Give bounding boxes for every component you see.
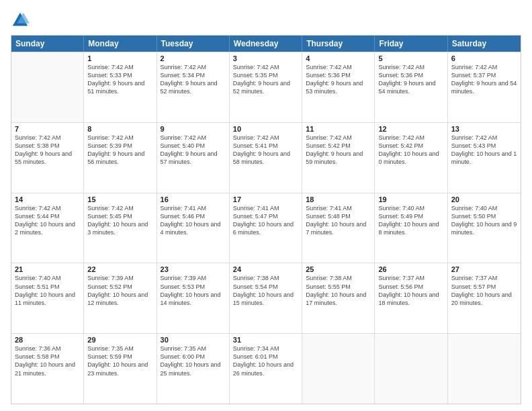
day-number: 6: [451, 54, 517, 62]
day-number: 7: [15, 125, 80, 133]
calendar-cell: [11, 52, 84, 122]
day-info: Sunrise: 7:42 AM Sunset: 5:44 PM Dayligh…: [15, 204, 80, 237]
calendar-cell: 16Sunrise: 7:41 AM Sunset: 5:46 PM Dayli…: [157, 193, 230, 263]
day-number: 17: [233, 195, 298, 203]
calendar-cell: 18Sunrise: 7:41 AM Sunset: 5:48 PM Dayli…: [302, 193, 375, 263]
calendar-cell: 10Sunrise: 7:42 AM Sunset: 5:41 PM Dayli…: [230, 123, 302, 193]
logo: [11, 11, 32, 30]
calendar-row: 28Sunrise: 7:36 AM Sunset: 5:58 PM Dayli…: [11, 333, 521, 404]
day-info: Sunrise: 7:40 AM Sunset: 5:49 PM Dayligh…: [378, 204, 443, 237]
day-info: Sunrise: 7:35 AM Sunset: 5:59 PM Dayligh…: [87, 345, 152, 377]
day-number: 8: [87, 125, 152, 133]
calendar-header-day: Monday: [84, 36, 157, 52]
calendar-header-day: Tuesday: [157, 36, 230, 52]
day-number: 20: [451, 195, 517, 203]
day-info: Sunrise: 7:42 AM Sunset: 5:45 PM Dayligh…: [87, 204, 152, 237]
day-info: Sunrise: 7:34 AM Sunset: 6:01 PM Dayligh…: [233, 345, 298, 377]
day-number: 23: [161, 265, 226, 273]
calendar-cell: 13Sunrise: 7:42 AM Sunset: 5:43 PM Dayli…: [448, 123, 521, 193]
day-number: 28: [15, 336, 80, 344]
day-number: 22: [87, 265, 152, 273]
day-number: 26: [378, 265, 443, 273]
calendar-row: 7Sunrise: 7:42 AM Sunset: 5:38 PM Daylig…: [11, 122, 521, 193]
day-number: 21: [15, 265, 80, 273]
calendar-cell: 11Sunrise: 7:42 AM Sunset: 5:42 PM Dayli…: [302, 123, 375, 193]
calendar-cell: 7Sunrise: 7:42 AM Sunset: 5:38 PM Daylig…: [11, 123, 84, 193]
day-info: Sunrise: 7:42 AM Sunset: 5:36 PM Dayligh…: [378, 63, 443, 96]
calendar-cell: 30Sunrise: 7:35 AM Sunset: 6:00 PM Dayli…: [157, 334, 230, 404]
calendar-row: 1Sunrise: 7:42 AM Sunset: 5:33 PM Daylig…: [11, 52, 521, 122]
calendar-header: SundayMondayTuesdayWednesdayThursdayFrid…: [11, 36, 521, 52]
day-number: 1: [87, 54, 152, 62]
calendar-cell: 2Sunrise: 7:42 AM Sunset: 5:34 PM Daylig…: [157, 52, 230, 122]
calendar-cell: 26Sunrise: 7:37 AM Sunset: 5:56 PM Dayli…: [375, 263, 447, 333]
day-info: Sunrise: 7:35 AM Sunset: 6:00 PM Dayligh…: [161, 345, 226, 377]
day-info: Sunrise: 7:36 AM Sunset: 5:58 PM Dayligh…: [15, 345, 80, 377]
day-info: Sunrise: 7:41 AM Sunset: 5:48 PM Dayligh…: [306, 204, 371, 237]
calendar-cell: 3Sunrise: 7:42 AM Sunset: 5:35 PM Daylig…: [230, 52, 302, 122]
calendar-cell: 15Sunrise: 7:42 AM Sunset: 5:45 PM Dayli…: [84, 193, 157, 263]
calendar-cell: 27Sunrise: 7:37 AM Sunset: 5:57 PM Dayli…: [448, 263, 521, 333]
day-number: 29: [87, 336, 152, 344]
calendar-cell: 21Sunrise: 7:40 AM Sunset: 5:51 PM Dayli…: [11, 263, 84, 333]
calendar-header-day: Saturday: [448, 36, 521, 52]
day-number: 9: [161, 125, 226, 133]
day-number: 2: [161, 54, 226, 62]
logo-icon: [11, 11, 30, 30]
calendar-cell: 19Sunrise: 7:40 AM Sunset: 5:49 PM Dayli…: [375, 193, 447, 263]
day-info: Sunrise: 7:42 AM Sunset: 5:43 PM Dayligh…: [451, 134, 517, 167]
day-info: Sunrise: 7:42 AM Sunset: 5:38 PM Dayligh…: [15, 134, 80, 167]
day-info: Sunrise: 7:42 AM Sunset: 5:36 PM Dayligh…: [306, 63, 371, 96]
calendar-row: 21Sunrise: 7:40 AM Sunset: 5:51 PM Dayli…: [11, 263, 521, 333]
day-number: 15: [87, 195, 152, 203]
day-number: 16: [161, 195, 226, 203]
calendar-cell: 12Sunrise: 7:42 AM Sunset: 5:42 PM Dayli…: [375, 123, 447, 193]
day-number: 13: [451, 125, 517, 133]
calendar-cell: 9Sunrise: 7:42 AM Sunset: 5:40 PM Daylig…: [157, 123, 230, 193]
calendar-header-day: Wednesday: [230, 36, 302, 52]
day-info: Sunrise: 7:42 AM Sunset: 5:42 PM Dayligh…: [378, 134, 443, 167]
calendar-cell: 14Sunrise: 7:42 AM Sunset: 5:44 PM Dayli…: [11, 193, 84, 263]
calendar-cell: 20Sunrise: 7:40 AM Sunset: 5:50 PM Dayli…: [448, 193, 521, 263]
day-info: Sunrise: 7:38 AM Sunset: 5:55 PM Dayligh…: [306, 274, 371, 307]
day-info: Sunrise: 7:38 AM Sunset: 5:54 PM Dayligh…: [233, 274, 298, 307]
day-number: 12: [378, 125, 443, 133]
day-info: Sunrise: 7:42 AM Sunset: 5:42 PM Dayligh…: [306, 134, 371, 167]
calendar-header-day: Thursday: [302, 36, 375, 52]
day-info: Sunrise: 7:42 AM Sunset: 5:35 PM Dayligh…: [233, 63, 298, 96]
day-number: 14: [15, 195, 80, 203]
day-info: Sunrise: 7:39 AM Sunset: 5:53 PM Dayligh…: [161, 274, 226, 307]
day-info: Sunrise: 7:40 AM Sunset: 5:50 PM Dayligh…: [451, 204, 517, 237]
calendar-cell: 23Sunrise: 7:39 AM Sunset: 5:53 PM Dayli…: [157, 263, 230, 333]
day-info: Sunrise: 7:42 AM Sunset: 5:41 PM Dayligh…: [233, 134, 298, 167]
day-number: 10: [233, 125, 298, 133]
day-info: Sunrise: 7:42 AM Sunset: 5:33 PM Dayligh…: [87, 63, 152, 96]
day-number: 3: [233, 54, 298, 62]
day-info: Sunrise: 7:42 AM Sunset: 5:34 PM Dayligh…: [161, 63, 226, 96]
calendar-row: 14Sunrise: 7:42 AM Sunset: 5:44 PM Dayli…: [11, 193, 521, 263]
calendar-body: 1Sunrise: 7:42 AM Sunset: 5:33 PM Daylig…: [11, 52, 521, 404]
calendar-cell: 17Sunrise: 7:41 AM Sunset: 5:47 PM Dayli…: [230, 193, 302, 263]
calendar-cell: 6Sunrise: 7:42 AM Sunset: 5:37 PM Daylig…: [448, 52, 521, 122]
day-info: Sunrise: 7:39 AM Sunset: 5:52 PM Dayligh…: [87, 274, 152, 307]
day-number: 11: [306, 125, 371, 133]
calendar-header-day: Friday: [375, 36, 447, 52]
day-number: 19: [378, 195, 443, 203]
calendar-cell: [448, 334, 521, 404]
calendar-cell: [302, 334, 375, 404]
day-info: Sunrise: 7:41 AM Sunset: 5:46 PM Dayligh…: [161, 204, 226, 237]
calendar-cell: 31Sunrise: 7:34 AM Sunset: 6:01 PM Dayli…: [230, 334, 302, 404]
calendar-header-day: Sunday: [11, 36, 84, 52]
calendar-cell: [375, 334, 447, 404]
calendar-cell: 5Sunrise: 7:42 AM Sunset: 5:36 PM Daylig…: [375, 52, 447, 122]
day-info: Sunrise: 7:42 AM Sunset: 5:39 PM Dayligh…: [87, 134, 152, 167]
day-number: 25: [306, 265, 371, 273]
day-info: Sunrise: 7:40 AM Sunset: 5:51 PM Dayligh…: [15, 274, 80, 307]
page: SundayMondayTuesdayWednesdayThursdayFrid…: [0, 0, 532, 411]
day-number: 5: [378, 54, 443, 62]
day-number: 18: [306, 195, 371, 203]
day-number: 27: [451, 265, 517, 273]
calendar-cell: 22Sunrise: 7:39 AM Sunset: 5:52 PM Dayli…: [84, 263, 157, 333]
day-info: Sunrise: 7:37 AM Sunset: 5:57 PM Dayligh…: [451, 274, 517, 307]
calendar-cell: 25Sunrise: 7:38 AM Sunset: 5:55 PM Dayli…: [302, 263, 375, 333]
